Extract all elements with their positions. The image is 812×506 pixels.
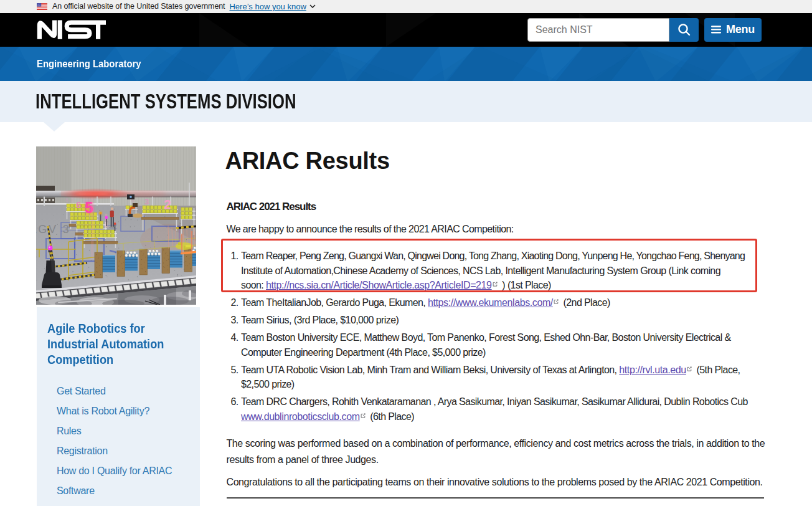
results-list-wrap: 1.Team Reaper, Peng Zeng, Guangxi Wan, Q…: [227, 249, 765, 427]
lab-bar-link[interactable]: Engineering Laboratory: [37, 47, 141, 82]
us-flag-icon: [37, 3, 47, 10]
main-content: ARIAC Results ARIAC 2021 Results We are …: [227, 0, 765, 506]
result-item-number: 1.: [227, 249, 242, 293]
sidebar-item-rules[interactable]: Rules: [57, 424, 172, 439]
result-item-text: Team Boston University ECE, Matthew Boyd…: [241, 330, 731, 360]
result-link[interactable]: http://rvl.uta.edu: [619, 365, 686, 375]
result-item: 1.Team Reaper, Peng Zeng, Guangxi Wan, Q…: [227, 249, 765, 293]
result-item-line: Institute of Automation,Chinese Academy …: [241, 265, 720, 276]
result-item-line: Team Reaper, Peng Zeng, Guangxi Wan, Qin…: [241, 251, 745, 261]
sidebar-menu-item: Registration: [57, 444, 172, 459]
division-band-notch: [44, 122, 65, 131]
scoring-paragraph: The scoring was performed based on a com…: [227, 436, 765, 468]
page-title: ARIAC Results: [225, 146, 390, 175]
results-list: 1.Team Reaper, Peng Zeng, Guangxi Wan, Q…: [227, 249, 765, 424]
section-subtitle: ARIAC 2021 Results: [227, 199, 316, 214]
gov-banner-text: An official website of the United States…: [52, 2, 225, 11]
sidebar-item-what-is-robot-agility[interactable]: What is Robot Agility?: [57, 404, 172, 419]
sidebar-menu-item: What is Robot Agility?: [57, 404, 172, 419]
external-link-icon: [493, 282, 498, 287]
simulation-image: AGV 3 8 7 6 5 5 4 3 2: [36, 146, 196, 305]
result-link[interactable]: http://ncs.sia.cn/Article/ShowArticle.as…: [266, 280, 492, 290]
result-item: 2.Team TheItalianJob, Gerardo Puga, Ekum…: [227, 295, 765, 310]
result-item: 3.Team Sirius, (3rd Place, $10,000 prize…: [227, 313, 765, 328]
result-item-line: www.dublinroboticsclub.com (6th Place): [241, 411, 414, 422]
result-item-line: Team TheItalianJob, Gerardo Puga, Ekumen…: [241, 297, 610, 308]
result-item: 4.Team Boston University ECE, Matthew Bo…: [227, 330, 765, 360]
result-item: 5.Team UTA Robotic Vision Lab, Minh Tram…: [227, 363, 765, 392]
result-item-number: 6.: [227, 394, 242, 424]
sidebar-item-registration[interactable]: Registration: [57, 444, 172, 459]
result-item-line: Team Boston University ECE, Matthew Boyd…: [241, 332, 731, 343]
result-item-line: Team UTA Robotic Vision Lab, Minh Tram a…: [241, 365, 740, 375]
svg-text:2: 2: [164, 197, 171, 211]
svg-text:AGV 3: AGV 3: [36, 222, 71, 235]
sidebar-item-get-started[interactable]: Get Started: [57, 384, 172, 399]
result-link[interactable]: https://www.ekumenlabs.com/: [428, 297, 553, 308]
result-item-number: 3.: [227, 313, 242, 328]
svg-text:3: 3: [144, 197, 149, 206]
result-item-text: Team UTA Robotic Vision Lab, Minh Tram a…: [241, 363, 740, 392]
external-link-icon: [554, 299, 559, 304]
sidebar-menu-item: Software: [57, 484, 172, 499]
intro-paragraph: We are happy to announce the results of …: [227, 222, 514, 237]
nist-logo[interactable]: [37, 20, 106, 39]
result-item-number: 4.: [227, 330, 242, 360]
sidebar-item-software[interactable]: Software: [57, 484, 172, 499]
svg-text:6: 6: [76, 199, 81, 210]
sidebar-menu-item: Get Started: [57, 384, 172, 399]
sidebar-menu: Get StartedWhat is Robot Agility?RulesRe…: [57, 384, 172, 504]
result-link[interactable]: www.dublinroboticsclub.com: [241, 411, 360, 422]
result-item-line: Computer Engineering Department (4th Pla…: [241, 347, 486, 358]
sidebar-title-link[interactable]: Agile Robotics forIndustrial AutomationC…: [47, 321, 164, 368]
svg-text:8: 8: [65, 197, 68, 203]
result-item-number: 5.: [227, 363, 242, 392]
result-item-text: Team Reaper, Peng Zeng, Guangxi Wan, Qin…: [241, 249, 745, 293]
congrats-paragraph: Congratulations to all the participating…: [227, 474, 763, 490]
result-item-text: Team Sirius, (3rd Place, $10,000 prize): [241, 313, 399, 328]
result-item-line: $2,500 prize): [241, 379, 295, 389]
result-item-number: 2.: [227, 295, 242, 310]
result-item: 6.Team DRC Chargers, Rohith Venkataraman…: [227, 394, 765, 424]
svg-text:7: 7: [70, 197, 74, 204]
bottom-divider: [227, 497, 764, 499]
sidebar-menu-item: Rules: [57, 424, 172, 439]
result-item-line: soon: http://ncs.sia.cn/Article/ShowArti…: [241, 280, 551, 290]
result-item-text: Team TheItalianJob, Gerardo Puga, Ekumen…: [241, 295, 610, 310]
result-item-line: Team Sirius, (3rd Place, $10,000 prize): [241, 315, 399, 325]
sidebar-item-how-do-i-qualify-for-ariac[interactable]: How do I Qualify for ARIAC: [57, 464, 172, 479]
result-item-text: Team DRC Chargers, Rohith Venkataramanan…: [241, 394, 748, 424]
result-item-line: Team DRC Chargers, Rohith Venkataramanan…: [241, 396, 748, 407]
external-link-icon: [361, 413, 366, 418]
sidebar-menu-item: How do I Qualify for ARIAC: [57, 464, 172, 479]
external-link-icon: [687, 366, 692, 371]
